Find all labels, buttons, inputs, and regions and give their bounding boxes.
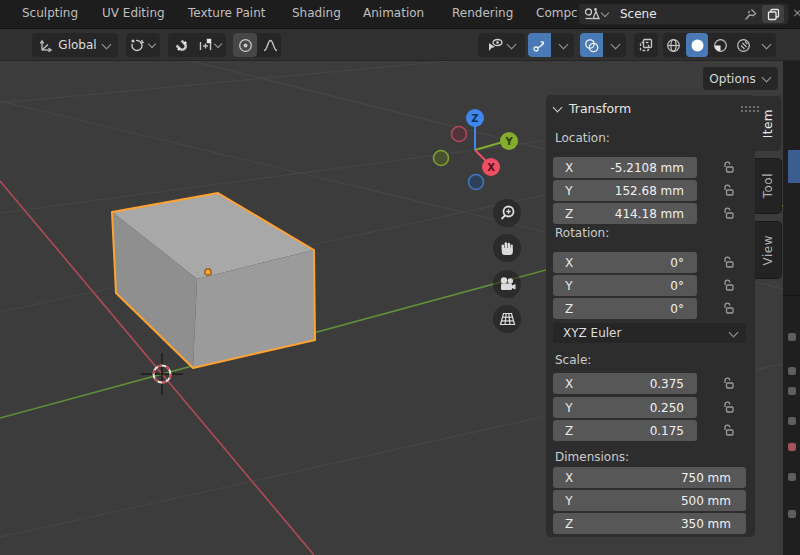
transform-panel-header[interactable]: Transform (546, 95, 755, 121)
rotation-mode-dropdown[interactable]: XYZ Euler (553, 323, 746, 343)
shading-settings-dropdown[interactable] (757, 33, 777, 57)
lock-open-icon[interactable] (721, 254, 737, 270)
snap-settings-dropdown[interactable] (195, 33, 225, 57)
pan-button[interactable] (493, 234, 521, 262)
scene-name-field[interactable]: Scene (620, 7, 743, 21)
cube-object[interactable] (112, 193, 315, 368)
clipped-icon[interactable] (788, 367, 796, 375)
transform-panel: Transform Location: X-5.2108 mm Y152.68 … (546, 95, 755, 537)
workspace-tab-sculpting[interactable]: Sculpting (22, 6, 78, 20)
lock-open-icon[interactable] (721, 399, 737, 415)
pivot-point-dropdown[interactable] (126, 33, 160, 57)
scale-z-field[interactable]: Z0.175 (553, 420, 697, 441)
workspace-tab-animation[interactable]: Animation (363, 6, 424, 20)
location-y-field[interactable]: Y152.68 mm (553, 180, 697, 201)
clipped-icon-red[interactable] (788, 443, 796, 451)
sidebar-tab-tool[interactable]: Tool (754, 158, 782, 214)
scene-icon (583, 6, 600, 22)
blender-window: { "topbar": { "workspaces": ["Sculpting"… (0, 0, 800, 555)
scene-selector: Scene (578, 3, 789, 25)
solid-shading-icon (690, 38, 705, 53)
options-button[interactable]: Options (703, 67, 778, 90)
dimensions-y-field[interactable]: Y500 mm (553, 490, 746, 511)
copy-icon (767, 8, 780, 21)
falloff-curve-icon (263, 38, 278, 52)
chevron-down-icon (506, 39, 516, 49)
snap-toggle-button[interactable] (169, 33, 193, 57)
options-label: Options (709, 72, 755, 86)
lock-open-icon[interactable] (721, 182, 737, 198)
shading-wireframe-button[interactable] (663, 33, 684, 57)
gizmo-x-ball[interactable]: X (482, 158, 500, 176)
sidebar-tab-view[interactable]: View (754, 221, 782, 279)
gizmo-settings-dropdown[interactable] (553, 33, 574, 57)
shading-material-button[interactable] (710, 33, 731, 57)
new-scene-button[interactable] (762, 5, 784, 23)
scene-browse-button[interactable] (583, 6, 610, 22)
overlays-icon (584, 38, 599, 53)
location-x-field[interactable]: X-5.2108 mm (553, 157, 697, 178)
gizmo-arrow-icon (532, 38, 547, 53)
dimensions-z-field[interactable]: Z350 mm (553, 513, 746, 534)
gizmo-neg-y-ball[interactable] (434, 151, 449, 166)
workspace-tab-texture-paint[interactable]: Texture Paint (188, 6, 265, 20)
gizmos-group (528, 33, 574, 57)
falloff-dropdown[interactable] (259, 33, 281, 57)
workspace-tab-uv-editing[interactable]: UV Editing (102, 6, 165, 20)
svg-text:Z: Z (471, 113, 478, 124)
lock-open-icon[interactable] (721, 375, 737, 391)
workspace-tab-rendering[interactable]: Rendering (452, 6, 513, 20)
workspace-tab-shading[interactable]: Shading (292, 6, 341, 20)
chevron-down-icon (148, 40, 156, 48)
gizmo-neg-x-ball[interactable] (452, 127, 467, 142)
overlays-settings-dropdown[interactable] (605, 33, 626, 57)
camera-view-button[interactable] (493, 270, 521, 298)
rotation-x-field[interactable]: X0° (553, 252, 697, 273)
workspace-tab-compositing[interactable]: Compc (536, 6, 578, 20)
pin-scene-button[interactable] (743, 7, 758, 22)
topbar: Sculpting UV Editing Texture Paint Shadi… (0, 0, 800, 29)
shading-rendered-button[interactable] (733, 33, 754, 57)
show-overlays-toggle[interactable] (580, 33, 603, 57)
magnet-icon (174, 38, 189, 53)
svg-text:X: X (487, 162, 495, 173)
panel-title: Transform (569, 101, 631, 116)
ortho-toggle-button[interactable] (493, 305, 521, 333)
drag-handle-icon[interactable] (741, 106, 743, 108)
xray-toggle-button[interactable] (634, 33, 658, 57)
scale-y-field[interactable]: Y0.250 (553, 397, 697, 418)
lock-open-icon[interactable] (721, 205, 737, 221)
clipped-icon[interactable] (788, 387, 796, 395)
overlays-group (580, 33, 626, 57)
camera-icon (498, 276, 516, 292)
shading-solid-button[interactable] (686, 33, 707, 57)
sidebar-tab-item[interactable]: Item (754, 95, 782, 152)
remove-scene-button[interactable]: × (792, 5, 800, 20)
lock-open-icon[interactable] (721, 422, 737, 438)
rotation-y-field[interactable]: Y0° (553, 275, 697, 296)
object-visibility-dropdown[interactable] (478, 33, 525, 57)
scale-x-field[interactable]: X0.375 (553, 373, 697, 394)
clipped-icon[interactable] (788, 417, 796, 425)
gizmo-neg-z-ball[interactable] (469, 175, 484, 190)
location-z-field[interactable]: Z414.18 mm (553, 203, 697, 224)
show-gizmo-toggle[interactable] (528, 33, 551, 57)
proportional-toggle-button[interactable] (233, 33, 257, 57)
gizmo-z-ball[interactable]: Z (466, 109, 484, 127)
lock-open-icon[interactable] (721, 159, 737, 175)
gizmo-y-ball[interactable]: Y (500, 132, 518, 150)
zoom-button[interactable] (493, 199, 521, 227)
outliner-selected-row[interactable] (788, 150, 800, 183)
dimensions-x-field[interactable]: X750 mm (553, 467, 746, 488)
navigation-gizmo[interactable]: Z Y X (425, 95, 525, 195)
chevron-down-icon (601, 9, 609, 17)
viewport-header: Global (0, 29, 800, 61)
rotation-z-field[interactable]: Z0° (553, 298, 697, 319)
snapping-group (168, 33, 226, 57)
lock-open-icon[interactable] (721, 277, 737, 293)
clipped-icon[interactable] (788, 510, 796, 518)
transform-orientation-dropdown[interactable]: Global (32, 33, 118, 57)
clipped-icon[interactable] (788, 473, 796, 481)
clipped-icon[interactable] (788, 333, 796, 341)
lock-open-icon[interactable] (721, 300, 737, 316)
